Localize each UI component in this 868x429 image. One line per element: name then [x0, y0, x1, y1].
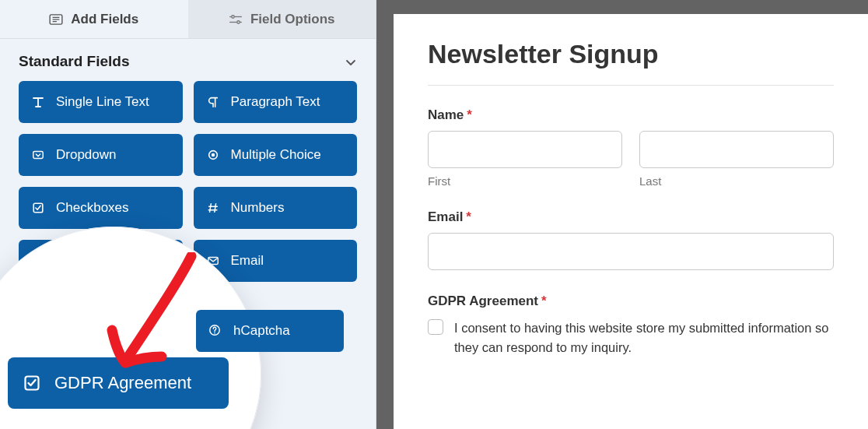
field-label: Dropdown	[56, 147, 117, 163]
gdpr-consent-checkbox[interactable]	[428, 319, 443, 335]
question-icon	[208, 324, 222, 338]
dropdown-icon	[31, 148, 45, 162]
svg-point-17	[214, 332, 215, 334]
field-label: GDPR Agreement	[54, 373, 191, 393]
standard-fields-header[interactable]: Standard Fields	[0, 39, 376, 81]
fields-panel: Add Fields Field Options Standard Fields…	[0, 0, 376, 429]
field-label: Paragraph Text	[231, 94, 320, 110]
field-label: Multiple Choice	[231, 147, 321, 163]
tab-add-fields-label: Add Fields	[71, 12, 138, 27]
chevron-down-icon	[345, 55, 357, 68]
field-paragraph-text[interactable]: Paragraph Text	[194, 81, 358, 123]
field-label: Numbers	[231, 200, 285, 216]
field-hcaptcha[interactable]: hCaptcha	[196, 310, 344, 352]
field-label: Single Line Text	[56, 94, 149, 110]
checkbox-icon	[23, 374, 40, 392]
last-name-input[interactable]	[639, 131, 834, 168]
first-name-input[interactable]	[428, 131, 622, 168]
first-sublabel: First	[428, 174, 622, 188]
name-field-label: Name*	[428, 107, 834, 123]
form-title: Newsletter Signup	[428, 39, 834, 69]
divider	[428, 85, 834, 86]
required-mark: *	[467, 107, 472, 122]
section-title: Standard Fields	[19, 53, 130, 70]
field-single-line-text[interactable]: Single Line Text	[19, 81, 183, 123]
field-multiple-choice[interactable]: Multiple Choice	[194, 134, 358, 176]
checkbox-icon	[31, 201, 45, 215]
field-gdpr-agreement[interactable]: GDPR Agreement	[8, 357, 229, 409]
field-label: Checkboxes	[56, 200, 129, 216]
field-label: hCaptcha	[233, 323, 290, 339]
svg-point-12	[211, 153, 214, 156]
tab-field-options-label: Field Options	[250, 12, 335, 27]
gdpr-consent-text: I consent to having this website store m…	[454, 318, 834, 357]
radio-icon	[206, 148, 220, 162]
gdpr-field-label: GDPR Agreement*	[428, 294, 834, 309]
svg-point-4	[232, 15, 235, 18]
email-field-label: Email*	[428, 209, 834, 225]
email-input[interactable]	[428, 233, 834, 270]
last-sublabel: Last	[639, 174, 834, 188]
hash-icon	[206, 201, 220, 215]
add-fields-icon	[49, 14, 63, 25]
form-preview-frame: Newsletter Signup Name* First Last Email…	[376, 0, 868, 429]
required-mark: *	[466, 209, 471, 224]
form-preview: Newsletter Signup Name* First Last Email…	[394, 14, 868, 429]
field-options-icon	[229, 14, 243, 25]
required-mark: *	[541, 294, 547, 308]
tab-add-fields[interactable]: Add Fields	[0, 0, 188, 38]
paragraph-icon	[206, 95, 220, 109]
field-checkboxes[interactable]: Checkboxes	[19, 187, 183, 229]
field-label: Email	[231, 253, 264, 269]
field-numbers[interactable]: Numbers	[194, 187, 358, 229]
svg-rect-10	[33, 152, 43, 159]
field-dropdown[interactable]: Dropdown	[19, 134, 183, 176]
text-icon	[31, 95, 45, 109]
tab-field-options[interactable]: Field Options	[188, 0, 376, 38]
svg-point-7	[237, 20, 240, 23]
